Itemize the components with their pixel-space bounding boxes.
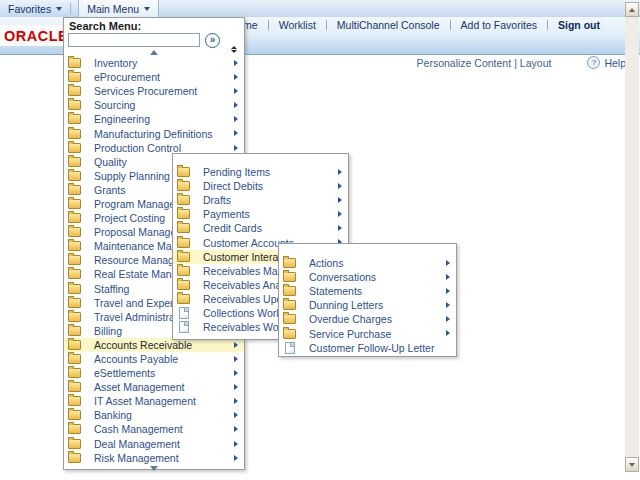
menu-item-icon-cell [68, 58, 81, 68]
menu-item-icon-cell [68, 439, 81, 449]
menu-item-label: Deal Management [94, 438, 180, 450]
scroll-up-button[interactable] [625, 2, 639, 17]
menu-item-icon-cell [68, 227, 81, 237]
folder-icon [177, 280, 190, 290]
search-go-button[interactable]: » [205, 33, 220, 48]
help-link[interactable]: ? Help [587, 56, 626, 69]
header-link-multichannel-console[interactable]: MultiChannel Console [327, 19, 450, 31]
menu-item-engineering[interactable]: Engineering [64, 112, 244, 126]
menu-item-icon-cell [68, 157, 81, 167]
menu-item-icon-cell [68, 298, 81, 308]
menu-resize-handle[interactable] [231, 46, 237, 53]
submenu-arrow-icon [234, 370, 238, 376]
menu-item-label: Risk Management [94, 452, 179, 464]
menu-item-credit-cards[interactable]: Credit Cards [173, 221, 348, 235]
menu-item-label: Supply Planning [94, 170, 170, 182]
folder-icon [68, 255, 81, 265]
menu-item-icon-cell [68, 114, 81, 124]
menu-item-dunning-letters[interactable]: Dunning Letters [279, 298, 456, 312]
menu-item-icon-cell [68, 143, 81, 153]
layout-link[interactable]: Layout [520, 57, 552, 69]
menu-item-icon-cell [177, 252, 190, 262]
submenu-arrow-icon [234, 398, 238, 404]
submenu-arrow-icon [234, 412, 238, 418]
menu-item-label: Billing [94, 325, 122, 337]
menu-item-services-procurement[interactable]: Services Procurement [64, 84, 244, 98]
menu-scroll-down-icon[interactable] [150, 466, 158, 471]
menu-item-overdue-charges[interactable]: Overdue Charges [279, 312, 456, 326]
menu-item-icon-cell [177, 223, 190, 233]
submenu-arrow-icon [234, 455, 238, 461]
folder-icon [68, 72, 81, 82]
folder-icon [283, 286, 296, 296]
menu-item-pending-items[interactable]: Pending Items [173, 165, 348, 179]
menu-search-input[interactable] [68, 33, 200, 47]
submenu-arrow-icon [338, 225, 342, 231]
submenu-arrow-icon [234, 342, 238, 348]
menu-item-cash-management[interactable]: Cash Management [64, 422, 244, 436]
scroll-down-button[interactable] [625, 457, 639, 472]
menu-item-icon-cell [68, 171, 81, 181]
menu-item-conversations[interactable]: Conversations [279, 270, 456, 284]
menu-item-actions[interactable]: Actions [279, 256, 456, 270]
menu-item-asset-management[interactable]: Asset Management [64, 380, 244, 394]
menu-item-statements[interactable]: Statements [279, 284, 456, 298]
menu-item-esettlements[interactable]: eSettlements [64, 366, 244, 380]
menu-item-label: eProcurement [94, 71, 160, 83]
menu-scroll-up-icon[interactable] [150, 50, 158, 55]
header-links: HomeWorklistMultiChannel ConsoleAdd to F… [220, 18, 610, 32]
menu-item-icon-cell [177, 280, 190, 290]
menu-item-customer-follow-up-letter[interactable]: Customer Follow-Up Letter [279, 341, 456, 355]
menu-item-icon-cell [283, 286, 296, 296]
menu-item-sourcing[interactable]: Sourcing [64, 98, 244, 112]
menu-item-eprocurement[interactable]: eProcurement [64, 70, 244, 84]
help-question-icon: ? [587, 56, 600, 69]
folder-icon [177, 167, 190, 177]
menu-item-icon-cell [283, 300, 296, 310]
page-icon [179, 321, 189, 333]
main-menu-tab[interactable]: Main Menu [78, 0, 159, 17]
menu-item-deal-management[interactable]: Deal Management [64, 437, 244, 451]
menu-item-label: Accounts Payable [94, 353, 178, 365]
scroll-up-arrow-icon [629, 8, 635, 12]
menu-item-accounts-payable[interactable]: Accounts Payable [64, 352, 244, 366]
menu-item-icon-cell [68, 424, 81, 434]
menu-item-payments[interactable]: Payments [173, 207, 348, 221]
page-icon [285, 342, 295, 354]
submenu-arrow-icon [234, 60, 238, 66]
folder-icon [283, 314, 296, 324]
folder-icon [68, 298, 81, 308]
menu-scroll-down-row [64, 465, 244, 473]
submenu-customer-interactions-panel: ActionsConversationsStatementsDunning Le… [278, 243, 457, 357]
menu-item-risk-management[interactable]: Risk Management [64, 451, 244, 465]
header-link-worklist[interactable]: Worklist [269, 19, 326, 31]
menu-item-icon-cell [283, 329, 296, 339]
menu-item-label: Asset Management [94, 381, 184, 393]
folder-icon [68, 368, 81, 378]
chevron-down-icon [56, 7, 62, 11]
menu-item-it-asset-management[interactable]: IT Asset Management [64, 394, 244, 408]
folder-icon [177, 223, 190, 233]
folder-icon [68, 213, 81, 223]
personalize-content-link[interactable]: Personalize Content [417, 57, 512, 69]
header-link-sign-out[interactable]: Sign out [548, 19, 610, 31]
page-scrollbar[interactable] [625, 2, 639, 472]
menu-item-service-purchase[interactable]: Service Purchase [279, 326, 456, 340]
menu-item-icon-cell [68, 72, 81, 82]
menu-item-direct-debits[interactable]: Direct Debits [173, 179, 348, 193]
scroll-down-arrow-icon [629, 463, 635, 467]
favorites-tab[interactable]: Favorites [0, 0, 70, 17]
menu-item-drafts[interactable]: Drafts [173, 193, 348, 207]
header-link-add-to-favorites[interactable]: Add to Favorites [451, 19, 547, 31]
menu-item-banking[interactable]: Banking [64, 408, 244, 422]
menu-item-icon-cell [177, 238, 190, 248]
menu-item-label: Staffing [94, 283, 129, 295]
folder-icon [68, 424, 81, 434]
folder-icon [177, 294, 190, 304]
menu-item-inventory[interactable]: Inventory [64, 56, 244, 70]
menu-item-manufacturing-definitions[interactable]: Manufacturing Definitions [64, 126, 244, 140]
menu-item-icon-cell [177, 195, 190, 205]
menu-item-label: Actions [309, 257, 343, 269]
submenu-arrow-icon [234, 441, 238, 447]
folder-icon [68, 269, 81, 279]
